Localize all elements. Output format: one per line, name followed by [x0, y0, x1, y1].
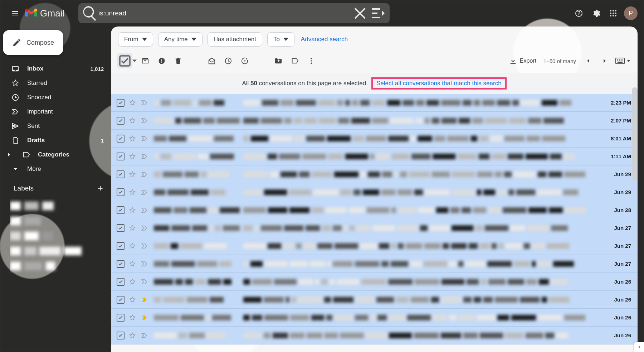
compose-button[interactable]: Compose [3, 30, 63, 55]
move-to-button[interactable] [270, 53, 286, 69]
sidebar-item-starred[interactable]: Starred [3, 76, 111, 90]
star-toggle[interactable] [129, 135, 137, 142]
add-label-button[interactable]: + [98, 183, 103, 194]
importance-marker[interactable] [141, 278, 150, 285]
sender-redacted [154, 207, 240, 213]
star-toggle[interactable] [129, 207, 137, 214]
importance-marker[interactable] [141, 135, 150, 142]
filter-hasattachment-chip[interactable]: Has attachment [208, 32, 262, 47]
row-checkbox[interactable] [117, 260, 125, 268]
star-toggle[interactable] [129, 225, 137, 232]
select-all-checkbox[interactable] [117, 53, 137, 68]
sidebar-item-sent[interactable]: Sent [3, 119, 111, 133]
labels-button[interactable] [287, 53, 303, 69]
side-panel-toggle[interactable] [634, 342, 644, 352]
search-icon[interactable] [81, 5, 98, 22]
mail-row[interactable]: Jun 27 [111, 255, 638, 273]
importance-marker[interactable] [141, 207, 150, 214]
row-checkbox[interactable] [117, 332, 125, 339]
caret-right-icon [5, 151, 13, 159]
sidebar-item-more[interactable]: More [3, 162, 111, 176]
row-checkbox[interactable] [117, 278, 125, 286]
account-avatar[interactable]: P [624, 6, 638, 20]
star-toggle[interactable] [129, 296, 137, 303]
clear-search-icon[interactable] [352, 5, 370, 22]
main-menu-button[interactable] [6, 5, 24, 22]
more-actions-button[interactable] [303, 53, 319, 69]
advanced-search-link[interactable]: Advanced search [301, 36, 348, 43]
mail-row[interactable]: Jun 29 [111, 183, 638, 201]
importance-marker[interactable] [141, 153, 150, 160]
row-checkbox[interactable] [117, 153, 125, 160]
sidebar-item-categories[interactable]: Categories [3, 148, 111, 162]
star-toggle[interactable] [129, 117, 137, 124]
importance-marker[interactable] [141, 99, 150, 106]
importance-marker[interactable] [141, 171, 150, 178]
archive-button[interactable] [137, 53, 153, 69]
importance-marker[interactable] [141, 189, 150, 196]
mark-read-button[interactable] [204, 53, 220, 69]
importance-marker[interactable] [141, 314, 150, 321]
mail-row[interactable]: Jun 26 [111, 327, 638, 344]
importance-marker[interactable] [141, 117, 150, 124]
mail-row[interactable]: Jun 27 [111, 237, 638, 255]
snooze-button[interactable] [220, 53, 236, 69]
row-checkbox[interactable] [117, 99, 125, 107]
row-checkbox[interactable] [117, 242, 125, 250]
importance-marker[interactable] [141, 225, 150, 232]
star-toggle[interactable] [129, 99, 137, 106]
prev-page-button[interactable] [580, 53, 596, 69]
row-checkbox[interactable] [117, 188, 125, 196]
star-toggle[interactable] [129, 314, 137, 321]
mail-row[interactable]: 2:23 PM [111, 94, 638, 112]
next-page-button[interactable] [597, 53, 613, 69]
gmail-logo[interactable]: Gmail [25, 8, 65, 19]
sidebar-item-snoozed[interactable]: Snoozed [3, 90, 111, 105]
importance-marker[interactable] [141, 296, 150, 303]
sidebar-item-important[interactable]: Important [3, 105, 111, 119]
delete-button[interactable] [170, 53, 186, 69]
row-checkbox[interactable] [117, 117, 125, 125]
mail-row[interactable]: Jun 26 [111, 291, 638, 309]
sender-redacted [154, 296, 240, 303]
mail-row[interactable]: 1:11 AM [111, 148, 638, 165]
export-button[interactable]: Export [509, 57, 536, 65]
row-checkbox[interactable] [117, 170, 125, 178]
report-spam-button[interactable] [154, 53, 170, 69]
star-toggle[interactable] [129, 260, 137, 267]
star-toggle[interactable] [129, 189, 137, 196]
support-button[interactable] [570, 5, 587, 22]
row-checkbox[interactable] [117, 206, 125, 214]
star-toggle[interactable] [129, 171, 137, 178]
filter-to-chip[interactable]: To [267, 32, 294, 47]
mail-row[interactable]: Jun 26 [111, 309, 638, 327]
input-tools-button[interactable] [615, 58, 630, 64]
search-options-icon[interactable] [370, 5, 387, 22]
row-checkbox[interactable] [117, 296, 125, 304]
sidebar-item-drafts[interactable]: Drafts1 [3, 133, 111, 148]
mail-row[interactable]: Jun 29 [111, 165, 638, 183]
star-toggle[interactable] [129, 278, 137, 285]
mail-row[interactable]: Jun 28 [111, 201, 638, 219]
importance-marker[interactable] [141, 260, 150, 267]
row-checkbox[interactable] [117, 224, 125, 232]
mail-row[interactable]: Jun 27 [111, 219, 638, 237]
settings-button[interactable] [587, 5, 605, 22]
row-checkbox[interactable] [117, 314, 125, 322]
filter-anytime-chip[interactable]: Any time [158, 32, 203, 47]
search-input[interactable] [98, 9, 352, 17]
star-toggle[interactable] [129, 332, 137, 339]
google-apps-button[interactable] [605, 5, 622, 22]
importance-marker[interactable] [141, 332, 150, 339]
importance-marker[interactable] [141, 242, 150, 250]
add-to-tasks-button[interactable] [237, 53, 253, 69]
sidebar-item-inbox[interactable]: Inbox1,012 [3, 62, 111, 76]
star-toggle[interactable] [129, 242, 137, 250]
mail-row[interactable]: Jun 26 [111, 273, 638, 291]
filter-from-chip[interactable]: From [118, 32, 153, 47]
row-checkbox[interactable] [117, 135, 125, 143]
select-all-matching-link[interactable]: Select all conversations that match this… [376, 80, 502, 87]
star-toggle[interactable] [129, 153, 137, 160]
mail-row[interactable]: 8:01 AM [111, 130, 638, 148]
mail-row[interactable]: 2:07 PM [111, 112, 638, 130]
